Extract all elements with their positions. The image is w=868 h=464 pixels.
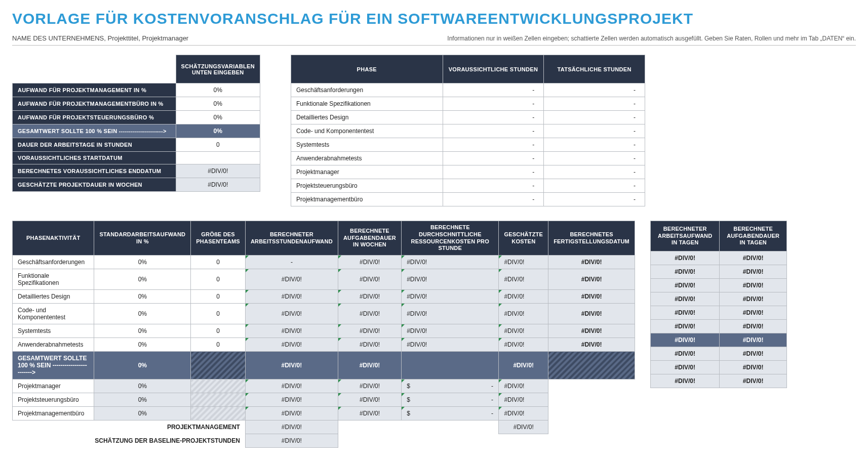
est-label: GESCHÄTZTE PROJEKTDAUER IN WOCHEN [13, 178, 176, 192]
phase-proj-hours[interactable]: - [443, 83, 544, 97]
est-label: AUFWAND FÜR PROJEKTSTEUERUNGSBÜRO % [13, 111, 176, 124]
phase-proj-hours[interactable]: - [443, 138, 544, 152]
estimation-variables-table: SCHÄTZUNGSVARIABLEN UNTEN EINGEBEN AUFWA… [12, 55, 260, 192]
pm-hatch [191, 379, 246, 393]
big-col-7: BERECHNETES FERTIGSTELLUNGSDATUM [548, 221, 635, 256]
phase-actual-hours[interactable]: - [544, 83, 645, 97]
activity-effort[interactable]: 0% [94, 256, 191, 269]
phase-actual-hours[interactable]: - [544, 193, 645, 206]
company-project-line: NAME DES UNTERNEHMENS, Projekttitel, Pro… [12, 34, 188, 42]
phase-proj-hours[interactable]: - [443, 193, 544, 206]
phase-actual-hours[interactable]: - [544, 165, 645, 179]
activity-hours: #DIV/0! [245, 324, 338, 338]
pm-weeks: #DIV/0! [338, 379, 401, 393]
phase-hours-table: PHASE VORAUSSICHTLICHE STUNDEN TATSÄCHLI… [291, 55, 645, 206]
side-b: #DIV/0! [720, 347, 787, 361]
activity-weeks: #DIV/0! [338, 324, 401, 338]
activity-effort[interactable]: 0% [94, 324, 191, 338]
activity-team[interactable]: 0 [191, 269, 246, 290]
est-value[interactable] [176, 152, 260, 164]
activity-team[interactable]: 0 [191, 304, 246, 324]
activity-team[interactable]: 0 [191, 256, 246, 269]
est-label: VORAUSSICHTLICHES STARTDATUM [13, 152, 176, 164]
activity-rate: #DIV/0! [402, 304, 499, 324]
phase-name: Geschäftsanforderungen [291, 83, 443, 97]
phase-name: Anwenderabnahmetests [291, 152, 443, 165]
est-label: BERECHNETES VORAUSSICHTLICHES ENDDATUM [13, 164, 176, 178]
days-side-table: BERECHNETER ARBEITSAUFWAND IN TAGEN BERE… [650, 221, 787, 388]
pm-rate: $ - [402, 393, 499, 407]
activity-effort[interactable]: 0% [94, 269, 191, 290]
side-b: #DIV/0! [720, 265, 787, 279]
pm-effort: 0% [94, 407, 191, 420]
total-effort: 0% [94, 352, 191, 379]
total-cost: #DIV/0! [499, 352, 548, 379]
big-col-4: BERECHNETE AUFGABENDAUER IN WOCHEN [338, 221, 401, 256]
est-value[interactable]: 0% [176, 83, 260, 97]
phase-actual-hours[interactable]: - [544, 124, 645, 138]
activity-effort[interactable]: 0% [94, 338, 191, 352]
side-b: #DIV/0! [720, 374, 787, 388]
activity-cost: #DIV/0! [499, 290, 548, 304]
sum-pm-hours: #DIV/0! [245, 420, 338, 434]
activity-date: #DIV/0! [548, 304, 635, 324]
total-rate [402, 352, 499, 379]
activity-rate: #DIV/0! [402, 269, 499, 290]
side-a: #DIV/0! [651, 374, 720, 388]
activity-rate: #DIV/0! [402, 256, 499, 269]
est-value[interactable]: 0% [176, 111, 260, 124]
activity-effort[interactable]: 0% [94, 290, 191, 304]
activity-team[interactable]: 0 [191, 290, 246, 304]
phase-col-phase: PHASE [291, 55, 443, 83]
pm-effort: 0% [94, 393, 191, 407]
phase-proj-hours[interactable]: - [443, 111, 544, 124]
side-b: #DIV/0! [720, 361, 787, 374]
activity-name: Systemtests [13, 324, 94, 338]
pm-name: Projektsteuerungsbüro [13, 393, 94, 407]
pm-hours: #DIV/0! [245, 393, 338, 407]
phase-name: Projektsteuerungsbüro [291, 179, 443, 193]
phase-name: Funktionale Spezifikationen [291, 97, 443, 111]
est-label: DAUER DER ARBEITSTAGE IN STUNDEN [13, 138, 176, 152]
activity-name: Funktionale Spezifikationen [13, 269, 94, 290]
phase-actual-hours[interactable]: - [544, 138, 645, 152]
total-hours: #DIV/0! [245, 352, 338, 379]
activity-date: #DIV/0! [548, 256, 635, 269]
phase-proj-hours[interactable]: - [443, 97, 544, 111]
page-subheader: NAME DES UNTERNEHMENS, Projekttitel, Pro… [12, 34, 856, 46]
big-col-2: GRÖßE DES PHASENTEAMS [191, 221, 246, 256]
phase-actual-hours[interactable]: - [544, 179, 645, 193]
big-col-3: BERECHNETER ARBEITSSTUNDENAUFWAND [245, 221, 338, 256]
side-a: #DIV/0! [651, 279, 720, 292]
side-b: #DIV/0! [720, 292, 787, 306]
phase-proj-hours[interactable]: - [443, 152, 544, 165]
phase-proj-hours[interactable]: - [443, 124, 544, 138]
activity-date: #DIV/0! [548, 269, 635, 290]
pm-effort: 0% [94, 379, 191, 393]
phase-proj-hours[interactable]: - [443, 179, 544, 193]
activity-effort[interactable]: 0% [94, 304, 191, 324]
phase-proj-hours[interactable]: - [443, 165, 544, 179]
phase-actual-hours[interactable]: - [544, 152, 645, 165]
phase-actual-hours[interactable]: - [544, 111, 645, 124]
phase-actual-hours[interactable]: - [544, 97, 645, 111]
est-value[interactable]: 0% [176, 97, 260, 111]
pm-name: Projektmanagementbüro [13, 407, 94, 420]
pm-weeks: #DIV/0! [338, 393, 401, 407]
side-b: #DIV/0! [720, 279, 787, 292]
activity-rate: #DIV/0! [402, 290, 499, 304]
activity-team[interactable]: 0 [191, 338, 246, 352]
big-col-0: PHASENAKTIVITÄT [13, 221, 94, 256]
activity-hours: #DIV/0! [245, 304, 338, 324]
est-value[interactable]: 0 [176, 138, 260, 152]
side-a: #DIV/0! [651, 320, 720, 333]
total-label: GESAMTWERT SOLLTE 100 % SEIN -----------… [13, 352, 94, 379]
phase-col-actual: TATSÄCHLICHE STUNDEN [544, 55, 645, 83]
activity-team[interactable]: 0 [191, 324, 246, 338]
est-value: #DIV/0! [176, 164, 260, 178]
activity-date: #DIV/0! [548, 290, 635, 304]
pm-rate: $ - [402, 379, 499, 393]
pm-blank [548, 407, 635, 420]
side-a: #DIV/0! [651, 361, 720, 374]
est-header: SCHÄTZUNGSVARIABLEN UNTEN EINGEBEN [176, 55, 260, 83]
